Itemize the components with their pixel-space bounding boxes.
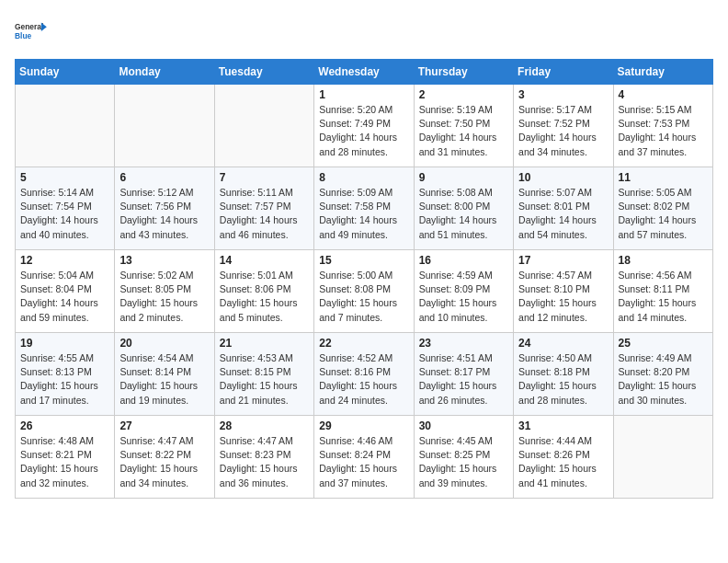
weekday-header-monday: Monday [115,60,214,85]
weekday-header-wednesday: Wednesday [314,60,414,85]
day-info: Sunrise: 4:48 AMSunset: 8:21 PMDaylight:… [20,434,109,490]
day-info: Sunrise: 4:55 AMSunset: 8:13 PMDaylight:… [20,351,109,408]
day-number: 18 [619,254,708,267]
day-number: 1 [319,88,408,101]
day-number: 22 [319,337,408,350]
day-info: Sunrise: 4:52 AMSunset: 8:16 PMDaylight:… [319,351,408,408]
day-info: Sunrise: 5:01 AMSunset: 8:06 PMDaylight:… [220,269,309,325]
svg-marker-2 [41,22,47,31]
calendar-cell: 3Sunrise: 5:17 AMSunset: 7:52 PMDaylight… [514,85,613,167]
day-info: Sunrise: 4:54 AMSunset: 8:14 PMDaylight:… [119,351,209,408]
day-info: Sunrise: 4:44 AMSunset: 8:26 PMDaylight:… [518,434,608,490]
calendar-week-row: 5Sunrise: 5:14 AMSunset: 7:54 PMDaylight… [16,167,713,250]
day-number: 19 [20,337,109,350]
calendar-cell: 22Sunrise: 4:52 AMSunset: 8:16 PMDayligh… [314,333,414,416]
calendar-cell: 31Sunrise: 4:44 AMSunset: 8:26 PMDayligh… [514,416,613,499]
day-info: Sunrise: 5:20 AMSunset: 7:49 PMDaylight:… [319,103,408,159]
calendar-cell: 27Sunrise: 4:47 AMSunset: 8:22 PMDayligh… [115,416,214,499]
calendar-cell [214,85,313,167]
day-number: 5 [20,171,109,184]
day-number: 27 [119,419,209,432]
day-number: 17 [518,254,608,267]
calendar-cell: 19Sunrise: 4:55 AMSunset: 8:13 PMDayligh… [16,333,115,416]
day-number: 11 [619,171,708,184]
calendar-cell: 13Sunrise: 5:02 AMSunset: 8:05 PMDayligh… [115,250,214,333]
calendar-cell: 10Sunrise: 5:07 AMSunset: 8:01 PMDayligh… [514,167,613,250]
day-number: 2 [419,88,508,101]
day-number: 16 [419,254,508,267]
day-number: 10 [518,171,608,184]
calendar-cell: 16Sunrise: 4:59 AMSunset: 8:09 PMDayligh… [414,250,513,333]
calendar-cell: 2Sunrise: 5:19 AMSunset: 7:50 PMDaylight… [414,85,513,167]
calendar-cell: 28Sunrise: 4:47 AMSunset: 8:23 PMDayligh… [214,416,313,499]
day-number: 15 [319,254,408,267]
calendar-cell: 25Sunrise: 4:49 AMSunset: 8:20 PMDayligh… [613,333,712,416]
calendar-cell: 5Sunrise: 5:14 AMSunset: 7:54 PMDaylight… [16,167,115,250]
day-info: Sunrise: 4:47 AMSunset: 8:23 PMDaylight:… [220,434,309,490]
logo: GeneralBlue [15,15,48,48]
calendar-cell: 24Sunrise: 4:50 AMSunset: 8:18 PMDayligh… [514,333,613,416]
weekday-header-friday: Friday [514,60,613,85]
day-info: Sunrise: 4:56 AMSunset: 8:11 PMDaylight:… [619,269,708,325]
calendar-cell: 12Sunrise: 5:04 AMSunset: 8:04 PMDayligh… [16,250,115,333]
day-number: 12 [20,254,109,267]
calendar-cell: 30Sunrise: 4:45 AMSunset: 8:25 PMDayligh… [414,416,513,499]
day-info: Sunrise: 4:50 AMSunset: 8:18 PMDaylight:… [518,351,608,408]
day-number: 25 [619,337,708,350]
day-info: Sunrise: 4:49 AMSunset: 8:20 PMDaylight:… [619,351,708,408]
calendar-week-row: 26Sunrise: 4:48 AMSunset: 8:21 PMDayligh… [16,416,713,499]
calendar-cell: 26Sunrise: 4:48 AMSunset: 8:21 PMDayligh… [16,416,115,499]
day-info: Sunrise: 4:47 AMSunset: 8:22 PMDaylight:… [119,434,209,490]
day-info: Sunrise: 5:05 AMSunset: 8:02 PMDaylight:… [619,186,708,242]
calendar-cell: 1Sunrise: 5:20 AMSunset: 7:49 PMDaylight… [314,85,414,167]
calendar-cell: 14Sunrise: 5:01 AMSunset: 8:06 PMDayligh… [214,250,313,333]
day-number: 14 [220,254,309,267]
calendar-cell: 23Sunrise: 4:51 AMSunset: 8:17 PMDayligh… [414,333,513,416]
calendar-cell: 21Sunrise: 4:53 AMSunset: 8:15 PMDayligh… [214,333,313,416]
day-number: 7 [220,171,309,184]
day-number: 4 [619,88,708,101]
calendar-cell: 11Sunrise: 5:05 AMSunset: 8:02 PMDayligh… [613,167,712,250]
day-info: Sunrise: 4:45 AMSunset: 8:25 PMDaylight:… [419,434,508,490]
day-number: 9 [419,171,508,184]
calendar-cell: 20Sunrise: 4:54 AMSunset: 8:14 PMDayligh… [115,333,214,416]
day-info: Sunrise: 4:57 AMSunset: 8:10 PMDaylight:… [518,269,608,325]
day-info: Sunrise: 5:07 AMSunset: 8:01 PMDaylight:… [518,186,608,242]
calendar-cell [16,85,115,167]
calendar-week-row: 1Sunrise: 5:20 AMSunset: 7:49 PMDaylight… [16,85,713,167]
day-number: 24 [518,337,608,350]
day-info: Sunrise: 4:59 AMSunset: 8:09 PMDaylight:… [419,269,508,325]
day-number: 30 [419,419,508,432]
day-info: Sunrise: 5:11 AMSunset: 7:57 PMDaylight:… [220,186,309,242]
weekday-header-tuesday: Tuesday [214,60,313,85]
day-info: Sunrise: 5:08 AMSunset: 8:00 PMDaylight:… [419,186,508,242]
day-info: Sunrise: 5:14 AMSunset: 7:54 PMDaylight:… [20,186,109,242]
weekday-header-sunday: Sunday [16,60,115,85]
day-number: 31 [518,419,608,432]
calendar-cell: 18Sunrise: 4:56 AMSunset: 8:11 PMDayligh… [613,250,712,333]
day-number: 6 [119,171,209,184]
day-info: Sunrise: 5:15 AMSunset: 7:53 PMDaylight:… [619,103,708,159]
day-number: 28 [220,419,309,432]
day-info: Sunrise: 4:51 AMSunset: 8:17 PMDaylight:… [419,351,508,408]
day-number: 13 [119,254,209,267]
day-info: Sunrise: 5:17 AMSunset: 7:52 PMDaylight:… [518,103,608,159]
day-number: 21 [220,337,309,350]
calendar-cell [115,85,214,167]
day-number: 20 [119,337,209,350]
day-number: 26 [20,419,109,432]
calendar-cell: 6Sunrise: 5:12 AMSunset: 7:56 PMDaylight… [115,167,214,250]
calendar-cell: 29Sunrise: 4:46 AMSunset: 8:24 PMDayligh… [314,416,414,499]
day-number: 23 [419,337,508,350]
day-info: Sunrise: 5:09 AMSunset: 7:58 PMDaylight:… [319,186,408,242]
weekday-header-thursday: Thursday [414,60,513,85]
day-number: 3 [518,88,608,101]
day-info: Sunrise: 5:19 AMSunset: 7:50 PMDaylight:… [419,103,508,159]
calendar-week-row: 12Sunrise: 5:04 AMSunset: 8:04 PMDayligh… [16,250,713,333]
day-info: Sunrise: 5:00 AMSunset: 8:08 PMDaylight:… [319,269,408,325]
calendar-cell [613,416,712,499]
day-number: 29 [319,419,408,432]
day-info: Sunrise: 4:53 AMSunset: 8:15 PMDaylight:… [220,351,309,408]
svg-text:General: General [15,22,43,31]
calendar-cell: 7Sunrise: 5:11 AMSunset: 7:57 PMDaylight… [214,167,313,250]
